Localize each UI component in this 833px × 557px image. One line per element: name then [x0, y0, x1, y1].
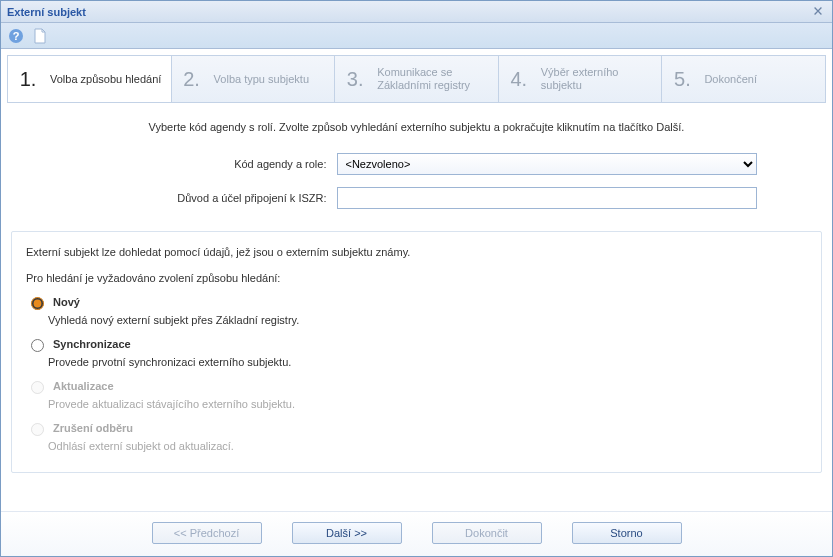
dialog-window: Externí subjekt ? 1. Volba způsobu hledá… [0, 0, 833, 557]
row-reason: Důvod a účel připojení k ISZR: [1, 187, 832, 209]
toolbar: ? [1, 23, 832, 49]
radio-title: Zrušení odběru [53, 422, 133, 434]
radio-label: Aktualizace [26, 378, 114, 394]
radio-label: Zrušení odběru [26, 420, 133, 436]
step-1[interactable]: 1. Volba způsobu hledání [8, 56, 172, 102]
window-title: Externí subjekt [7, 6, 86, 18]
radio-sync[interactable] [31, 339, 44, 352]
radio-label[interactable]: Synchronizace [26, 336, 131, 352]
footer-buttons: << Předchozí Další >> Dokončit Storno [1, 511, 832, 556]
step-3[interactable]: 3. Komunikace se Základními registry [335, 56, 499, 102]
radio-item-novy: Nový Vyhledá nový externí subjekt přes Z… [26, 294, 807, 326]
title-bar: Externí subjekt [1, 1, 832, 23]
step-label: Komunikace se Základními registry [377, 66, 470, 92]
step-number: 2. [180, 68, 204, 91]
radio-novy[interactable] [31, 297, 44, 310]
row-agenda: Kód agendy a role: <Nezvoleno> [1, 153, 832, 175]
reason-label: Důvod a účel připojení k ISZR: [77, 192, 337, 204]
radio-title: Aktualizace [53, 380, 114, 392]
radio-desc: Provede aktualizaci stávajícího externíh… [48, 398, 807, 410]
next-button[interactable]: Další >> [292, 522, 402, 544]
step-number: 5. [670, 68, 694, 91]
radio-aktualizace [31, 381, 44, 394]
instruction-text: Vyberte kód agendy s rolí. Zvolte způsob… [1, 113, 832, 147]
options-panel: Externí subjekt lze dohledat pomocí údaj… [11, 231, 822, 473]
prev-button: << Předchozí [152, 522, 262, 544]
help-icon[interactable]: ? [7, 27, 25, 45]
finish-button: Dokončit [432, 522, 542, 544]
radio-title: Nový [53, 296, 80, 308]
reason-input[interactable] [337, 187, 757, 209]
step-5[interactable]: 5. Dokončení [662, 56, 825, 102]
step-label: Výběr externího subjektu [541, 66, 619, 92]
radio-item-aktualizace: Aktualizace Provede aktualizaci stávajíc… [26, 378, 807, 410]
document-icon[interactable] [31, 27, 49, 45]
radio-title: Synchronizace [53, 338, 131, 350]
agenda-select[interactable]: <Nezvoleno> [337, 153, 757, 175]
svg-text:?: ? [13, 30, 20, 42]
step-number: 3. [343, 68, 367, 91]
radio-group-method: Nový Vyhledá nový externí subjekt přes Z… [26, 294, 807, 452]
radio-desc: Odhlásí externí subjekt od aktualizací. [48, 440, 807, 452]
step-label: Volba typu subjektu [214, 73, 309, 86]
close-icon[interactable] [812, 5, 826, 19]
wizard-steps: 1. Volba způsobu hledání 2. Volba typu s… [7, 55, 826, 103]
panel-intro2: Pro hledání je vyžadováno zvolení způsob… [26, 272, 807, 284]
step-label: Dokončení [704, 73, 757, 86]
agenda-label: Kód agendy a role: [77, 158, 337, 170]
radio-item-sync: Synchronizace Provede prvotní synchroniz… [26, 336, 807, 368]
step-4[interactable]: 4. Výběr externího subjektu [499, 56, 663, 102]
step-number: 1. [16, 68, 40, 91]
cancel-button[interactable]: Storno [572, 522, 682, 544]
step-2[interactable]: 2. Volba typu subjektu [172, 56, 336, 102]
radio-desc: Provede prvotní synchronizaci externího … [48, 356, 807, 368]
panel-intro1: Externí subjekt lze dohledat pomocí údaj… [26, 246, 807, 258]
radio-desc: Vyhledá nový externí subjekt přes Základ… [48, 314, 807, 326]
step-number: 4. [507, 68, 531, 91]
radio-item-zruseni: Zrušení odběru Odhlásí externí subjekt o… [26, 420, 807, 452]
radio-zruseni [31, 423, 44, 436]
radio-label[interactable]: Nový [26, 294, 80, 310]
step-label: Volba způsobu hledání [50, 73, 161, 86]
